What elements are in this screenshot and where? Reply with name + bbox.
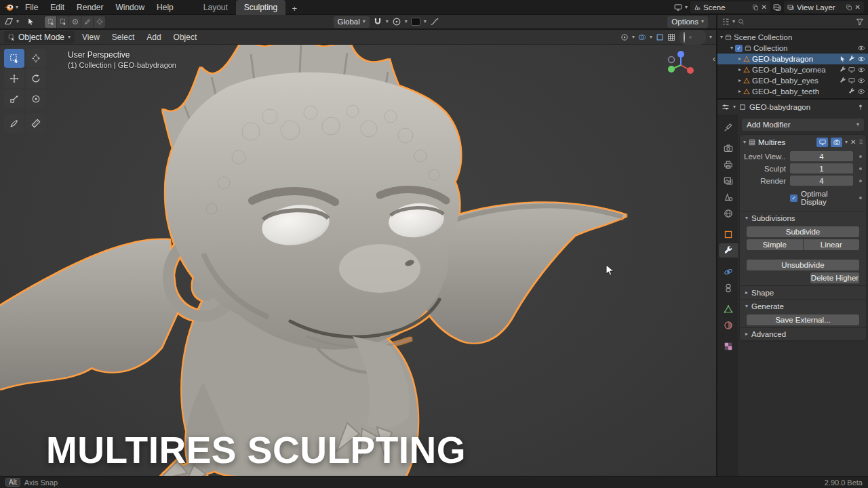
- chevron-down-icon[interactable]: ▾: [845, 140, 848, 145]
- remove-modifier-icon[interactable]: ✕: [850, 139, 856, 146]
- new-layer-icon[interactable]: [846, 4, 852, 11]
- tab-view-layer[interactable]: [719, 174, 738, 188]
- unsubdivide-button[interactable]: Unsubdivide: [747, 260, 859, 270]
- tab-object-data[interactable]: [719, 302, 738, 316]
- delete-higher-button[interactable]: Delete Higher: [810, 272, 859, 283]
- chevron-down-icon[interactable]: ▾: [386, 19, 389, 24]
- animate-dot-icon[interactable]: [859, 155, 862, 158]
- mode-dropdown[interactable]: Object Mode ▾: [4, 31, 75, 43]
- chevron-right-icon[interactable]: ▸: [738, 56, 741, 62]
- eye-icon[interactable]: [857, 55, 865, 63]
- tool-cursor[interactable]: [26, 49, 46, 68]
- tab-sculpting[interactable]: Sculpting: [236, 0, 285, 15]
- outliner-row-geo-babydragon[interactable]: ▸ GEO-babydragon: [717, 54, 868, 64]
- display-realtime-toggle[interactable]: [816, 138, 828, 147]
- linear-button[interactable]: Linear: [804, 239, 860, 250]
- tab-object[interactable]: [719, 227, 738, 241]
- display-render-toggle[interactable]: [831, 138, 842, 147]
- chevron-down-icon[interactable]: ▾: [709, 35, 712, 40]
- chevron-down-icon[interactable]: ▾: [650, 35, 652, 40]
- chevron-down-icon[interactable]: ▾: [685, 5, 688, 10]
- optimal-display-checkbox[interactable]: ✓: [790, 195, 797, 202]
- outliner-row-geo-cornea[interactable]: ▸ GEO-d_baby_cornea: [717, 64, 868, 75]
- chevron-down-icon[interactable]: ▾: [424, 19, 427, 24]
- chevron-down-icon[interactable]: ▾: [405, 19, 408, 24]
- select-mode-tweak[interactable]: [45, 16, 56, 28]
- brush-swatch[interactable]: [411, 18, 420, 26]
- editor-type-icon[interactable]: [4, 17, 14, 26]
- chevron-down-icon[interactable]: ▾: [720, 35, 723, 40]
- generate-section-header[interactable]: ▾ Generate: [740, 299, 866, 312]
- eye-icon[interactable]: [857, 87, 865, 96]
- navigation-gizmo[interactable]: [663, 47, 698, 83]
- tool-transform[interactable]: [26, 89, 46, 108]
- menu-edit[interactable]: Edit: [45, 0, 70, 15]
- add-modifier-dropdown[interactable]: Add Modifier ▾: [742, 119, 864, 131]
- animate-dot-icon[interactable]: [859, 197, 862, 199]
- outliner-row-geo-teeth[interactable]: ▸ GEO-d_baby_teeth: [717, 86, 868, 97]
- remove-layer-icon[interactable]: ✕: [855, 4, 861, 11]
- animate-dot-icon[interactable]: [859, 167, 862, 170]
- chevron-down-icon[interactable]: ▾: [733, 104, 736, 110]
- menu-view[interactable]: View: [77, 33, 104, 42]
- tab-modifiers[interactable]: [719, 243, 738, 258]
- tab-layout[interactable]: Layout: [195, 0, 236, 15]
- tab-material[interactable]: [719, 318, 738, 332]
- wrench-icon[interactable]: [840, 66, 846, 73]
- wrench-icon[interactable]: [848, 88, 855, 95]
- shading-rendered[interactable]: [700, 36, 703, 39]
- shading-solid[interactable]: [689, 36, 692, 39]
- advanced-section-header[interactable]: ▸ Advanced: [740, 327, 866, 341]
- tab-render[interactable]: [719, 141, 738, 155]
- simple-button[interactable]: Simple: [747, 239, 803, 250]
- chevron-down-icon[interactable]: ▾: [732, 19, 735, 24]
- save-external-button[interactable]: Save External...: [747, 314, 859, 325]
- select-mode-extra[interactable]: [94, 16, 105, 28]
- tab-world[interactable]: [719, 206, 738, 220]
- viewport-3d[interactable]: Object Mode ▾ View Select Add Object ▾ ▾: [0, 30, 716, 476]
- chevron-right-icon[interactable]: ▸: [738, 67, 741, 73]
- tool-measure[interactable]: [26, 114, 46, 133]
- tab-output[interactable]: [719, 157, 738, 171]
- scene-selector[interactable]: Scene ✕: [690, 1, 770, 13]
- menu-help[interactable]: Help: [151, 0, 179, 15]
- chevron-right-icon[interactable]: ▸: [738, 78, 741, 83]
- properties-editor-icon[interactable]: [722, 103, 730, 111]
- dragon-model[interactable]: [0, 30, 716, 476]
- tool-move[interactable]: [4, 69, 24, 88]
- orientation-dropdown[interactable]: Global ▾: [334, 16, 370, 28]
- active-tool-icon[interactable]: [27, 18, 35, 26]
- outliner-editor-icon[interactable]: [722, 18, 730, 26]
- chevron-down-icon[interactable]: ▾: [632, 35, 635, 40]
- shape-section-header[interactable]: ▸ Shape: [740, 285, 866, 299]
- outliner-row-scene-collection[interactable]: ▾ Scene Collection: [717, 32, 868, 43]
- menu-file[interactable]: File: [20, 0, 43, 15]
- shading-wireframe[interactable]: [682, 31, 686, 43]
- menu-window[interactable]: Window: [110, 0, 150, 15]
- subdivide-button[interactable]: Subdivide: [747, 226, 859, 237]
- tab-constraints[interactable]: [719, 281, 738, 295]
- quad-view-icon[interactable]: [667, 33, 675, 41]
- eye-icon[interactable]: [857, 44, 865, 52]
- tab-physics[interactable]: [719, 264, 738, 279]
- blender-logo-icon[interactable]: ▾: [4, 2, 18, 12]
- tool-annotate[interactable]: [4, 114, 24, 133]
- chevron-right-icon[interactable]: ▸: [738, 89, 741, 94]
- chevron-down-icon[interactable]: ▾: [743, 140, 746, 145]
- menu-add[interactable]: Add: [142, 33, 165, 42]
- proportional-edit-icon[interactable]: [392, 17, 401, 26]
- tab-scene[interactable]: [719, 190, 738, 204]
- tool-select-box[interactable]: [4, 49, 24, 68]
- level-viewport-value[interactable]: 4: [790, 151, 853, 161]
- filter-icon[interactable]: [856, 18, 864, 26]
- window-icon[interactable]: [674, 3, 682, 12]
- select-mode-lasso[interactable]: [81, 16, 93, 28]
- menu-select[interactable]: Select: [107, 33, 139, 42]
- search-icon[interactable]: [738, 18, 745, 25]
- options-dropdown[interactable]: Options ▾: [667, 16, 708, 28]
- tool-rotate[interactable]: [26, 69, 46, 88]
- eye-icon[interactable]: [857, 77, 865, 85]
- view-layer-selector[interactable]: View Layer ✕: [784, 1, 864, 13]
- menu-render[interactable]: Render: [71, 0, 108, 15]
- pin-icon[interactable]: [857, 104, 864, 110]
